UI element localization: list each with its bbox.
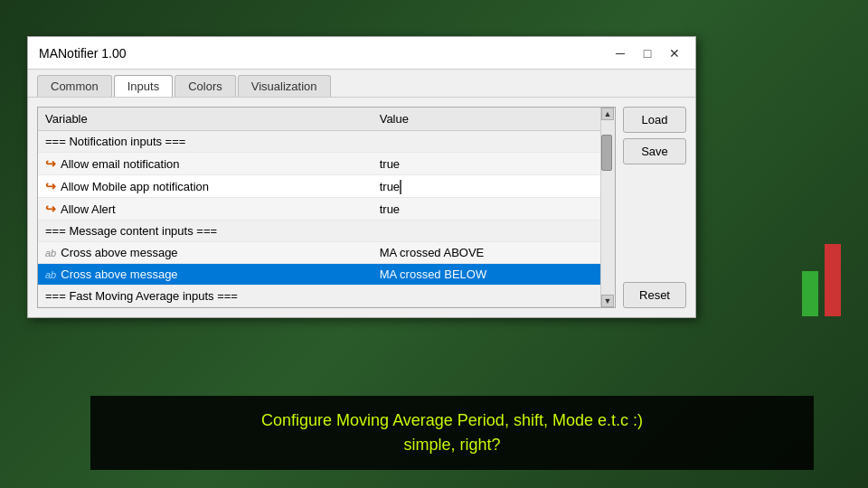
arrow-icon: ↪ bbox=[45, 179, 56, 193]
tabs-bar: Common Inputs Colors Visualization bbox=[28, 70, 695, 98]
tab-colors[interactable]: Colors bbox=[175, 75, 236, 97]
minimize-button[interactable]: ─ bbox=[610, 43, 630, 63]
dialog-body: Variable Value === Notification inputs =… bbox=[28, 98, 695, 317]
section-label: === Message content inputs === bbox=[38, 221, 600, 242]
scroll-handle[interactable] bbox=[601, 135, 612, 171]
value-cell: true bbox=[373, 153, 600, 175]
arrow-icon: ↪ bbox=[45, 202, 56, 216]
variable-label: Allow email notification bbox=[61, 157, 180, 171]
caption-line2: simple, right? bbox=[108, 433, 796, 457]
arrow-icon: ↪ bbox=[45, 156, 56, 171]
tab-inputs[interactable]: Inputs bbox=[114, 75, 173, 97]
value-cell: MA crossed BELOW bbox=[373, 264, 600, 286]
variable-label: Cross above message bbox=[61, 267, 177, 281]
variable-cell: ↪ Allow Alert bbox=[38, 198, 373, 221]
table-row: === Message content inputs === bbox=[38, 221, 600, 242]
dialog-window: MANotifier 1.00 ─ □ ✕ Common Inputs Colo… bbox=[27, 36, 696, 318]
table-row[interactable]: ↪ Allow Mobile app notification true bbox=[38, 175, 600, 198]
variable-cell: ↪ Allow Mobile app notification bbox=[38, 175, 373, 198]
maximize-button[interactable]: □ bbox=[637, 43, 657, 63]
section-label: === Notification inputs === bbox=[38, 131, 600, 153]
table-inner: Variable Value === Notification inputs =… bbox=[38, 108, 600, 307]
variable-label: Allow Mobile app notification bbox=[61, 180, 209, 193]
section-label: === Fast Moving Average inputs === bbox=[38, 286, 600, 307]
value-cell: true bbox=[373, 175, 600, 198]
inputs-table: Variable Value === Notification inputs =… bbox=[38, 108, 600, 307]
ab-icon: ab bbox=[45, 248, 56, 258]
close-button[interactable]: ✕ bbox=[665, 43, 684, 63]
title-bar: MANotifier 1.00 ─ □ ✕ bbox=[28, 37, 695, 70]
table-row[interactable]: ab Cross above message MA crossed ABOVE bbox=[38, 242, 600, 264]
col-value-header: Value bbox=[373, 108, 600, 131]
caption-bar: Configure Moving Average Period, shift, … bbox=[90, 396, 814, 470]
caption-line1: Configure Moving Average Period, shift, … bbox=[108, 408, 796, 433]
chart-candle-red bbox=[825, 244, 841, 316]
variable-label: Allow Alert bbox=[61, 202, 116, 216]
table-row[interactable]: ↪ Allow Alert true bbox=[38, 198, 600, 221]
scroll-track bbox=[601, 120, 615, 295]
chart-candle-green bbox=[802, 271, 818, 316]
table-row[interactable]: ab Cross above message MA crossed BELOW bbox=[38, 264, 600, 286]
table-with-scroll: Variable Value === Notification inputs =… bbox=[37, 107, 616, 308]
variable-cell: ab Cross above message bbox=[38, 242, 373, 264]
save-button[interactable]: Save bbox=[623, 138, 686, 164]
table-area: Variable Value === Notification inputs =… bbox=[37, 107, 616, 308]
tab-visualization[interactable]: Visualization bbox=[238, 75, 331, 97]
table-row: === Notification inputs === bbox=[38, 131, 600, 153]
table-row: === Fast Moving Average inputs === bbox=[38, 286, 600, 307]
variable-cell: ab Cross above message bbox=[38, 264, 373, 286]
scrollbar[interactable]: ▲ ▼ bbox=[600, 108, 615, 307]
value-cell: MA crossed ABOVE bbox=[373, 242, 600, 264]
window-title: MANotifier 1.00 bbox=[39, 46, 126, 61]
variable-label: Cross above message bbox=[61, 246, 177, 259]
ab-icon: ab bbox=[45, 269, 56, 280]
tab-common[interactable]: Common bbox=[37, 75, 112, 97]
title-bar-controls: ─ □ ✕ bbox=[610, 43, 684, 63]
scroll-down-button[interactable]: ▼ bbox=[601, 295, 614, 307]
scroll-up-button[interactable]: ▲ bbox=[601, 108, 614, 120]
col-variable-header: Variable bbox=[38, 108, 373, 131]
variable-cell: ↪ Allow email notification bbox=[38, 153, 373, 175]
reset-button[interactable]: Reset bbox=[623, 282, 686, 308]
table-row[interactable]: ↪ Allow email notification true bbox=[38, 153, 600, 175]
value-cell: true bbox=[373, 198, 600, 221]
side-buttons-panel: Load Save Reset bbox=[623, 107, 686, 308]
text-cursor bbox=[400, 180, 401, 194]
load-button[interactable]: Load bbox=[623, 107, 686, 133]
